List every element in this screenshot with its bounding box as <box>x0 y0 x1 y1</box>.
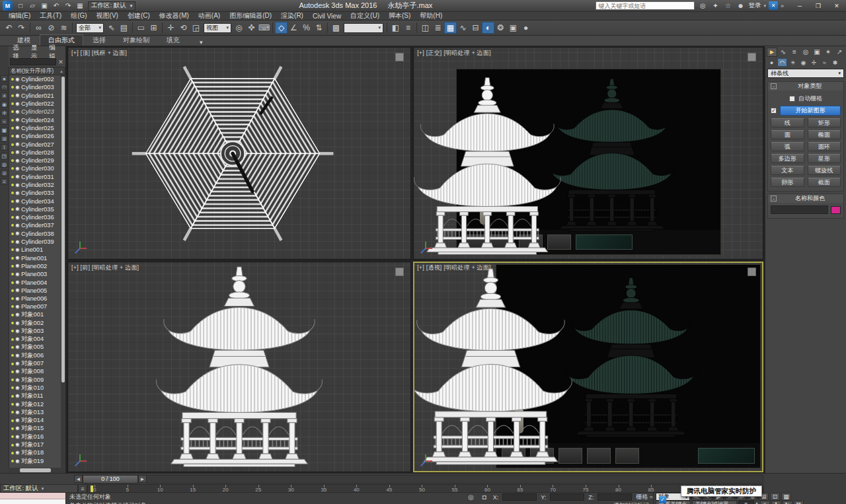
viewcube-icon[interactable] <box>395 53 404 61</box>
viewport-label[interactable]: [+] [顶] [线框 + 边面] <box>71 49 127 57</box>
menu-item-7[interactable]: 图形编辑器(D) <box>225 11 276 20</box>
communication-center-icon[interactable]: ✦ <box>710 1 720 11</box>
isolate-selection-icon[interactable]: ◎ <box>467 493 476 501</box>
undo-icon[interactable]: ↶ <box>51 1 61 11</box>
snaps-toggle-icon[interactable]: ◇ <box>275 22 288 34</box>
menu-item-1[interactable]: 工具(T) <box>35 11 66 20</box>
list-item[interactable]: Cylinder031 <box>9 173 65 181</box>
list-item[interactable]: 对象012 <box>9 400 65 408</box>
select-and-manipulate-icon[interactable]: ✜ <box>245 22 258 34</box>
toggle-ribbon-icon[interactable]: ▦ <box>444 22 457 34</box>
time-slider-track[interactable] <box>147 475 763 484</box>
list-item[interactable]: 对象018 <box>9 449 65 457</box>
display-cameras-icon[interactable]: ◉ <box>1 101 8 108</box>
spline-type-dropdown[interactable]: 样条线 ▾ <box>767 69 844 78</box>
object-type-rollout-header[interactable]: - 对象类型 <box>768 82 843 90</box>
shapes-category-icon[interactable]: ◠ <box>777 58 787 67</box>
select-object-icon[interactable]: ⇖ <box>105 22 118 34</box>
list-item[interactable]: 对象003 <box>9 327 65 335</box>
list-item[interactable]: Plane001 <box>9 254 65 262</box>
list-item[interactable]: Cylinder035 <box>9 205 65 213</box>
list-item[interactable]: Plane006 <box>9 295 65 303</box>
selection-filter-dropdown[interactable]: 全部▾ <box>76 23 104 33</box>
undo-icon[interactable]: ↶ <box>3 22 15 34</box>
reference-coordinate-dropdown[interactable]: 视图▾ <box>204 23 231 33</box>
render-setup-icon[interactable]: ❂ <box>494 22 507 34</box>
horizontal-scrollbar[interactable] <box>9 468 65 473</box>
spacewarps-category-icon[interactable]: ≈ <box>820 58 829 67</box>
ribbon-tab-2[interactable]: 选择 <box>85 35 114 46</box>
redo-icon[interactable]: ↷ <box>63 1 73 11</box>
restore-button[interactable]: ❐ <box>812 1 825 11</box>
chevron-down-icon[interactable]: ▾ <box>763 3 766 9</box>
list-item[interactable]: 对象004 <box>9 336 65 343</box>
list-item[interactable]: Cylinder032 <box>9 181 65 189</box>
orbit-icon[interactable]: ↻ <box>783 501 792 504</box>
render-production-icon[interactable]: ● <box>519 22 532 34</box>
list-item[interactable]: 对象009 <box>9 376 65 384</box>
use-pivot-point-center-icon[interactable]: ◎ <box>233 22 245 34</box>
open-file-icon[interactable]: ▱ <box>27 1 38 11</box>
angle-snap-toggle-icon[interactable]: ∠ <box>288 22 300 34</box>
search-input[interactable] <box>596 1 695 10</box>
align-icon[interactable]: ≡ <box>402 22 414 34</box>
x-coordinate-field[interactable] <box>502 493 537 501</box>
viewport-top[interactable]: [+] [顶] [线框 + 边面] <box>67 47 411 260</box>
list-item[interactable]: 对象006 <box>9 351 65 359</box>
percent-snap-toggle-icon[interactable]: % <box>300 22 313 34</box>
exchange-apps-icon[interactable]: ✕ <box>769 1 778 10</box>
spline-button-0[interactable]: 线 <box>771 118 804 127</box>
list-item[interactable]: 对象015 <box>9 425 65 433</box>
menu-item-5[interactable]: 修改器(M) <box>155 11 194 20</box>
display-helpers-icon[interactable]: ✛ <box>1 110 8 116</box>
lights-category-icon[interactable]: ☀ <box>788 58 798 67</box>
list-item[interactable]: Cylinder025 <box>9 124 65 132</box>
list-item[interactable]: Cylinder039 <box>9 238 65 246</box>
zoom-extents-all-icon[interactable]: ▦ <box>781 493 791 501</box>
object-name-field[interactable] <box>771 205 828 214</box>
list-item[interactable]: Cylinder003 <box>9 83 65 91</box>
frame-spinner[interactable]: ▲▼ <box>755 501 759 504</box>
modify-tab-icon[interactable]: ∿ <box>778 48 788 57</box>
autogrid-checkbox[interactable] <box>789 96 795 102</box>
spline-button-11[interactable]: 截面 <box>808 178 841 187</box>
list-item[interactable]: 对象011 <box>9 392 65 400</box>
3ds-max-logo-icon[interactable]: M <box>3 1 13 11</box>
toggle-layer-explorer-icon[interactable]: ≣ <box>432 22 444 34</box>
name-and-color-rollout-header[interactable]: - 名称和颜色 <box>768 194 843 203</box>
minimize-button[interactable]: ─ <box>793 1 806 11</box>
menu-item-10[interactable]: 自定义(U) <box>346 11 384 20</box>
list-item[interactable]: 对象014 <box>9 416 65 424</box>
display-tab-icon[interactable]: ▣ <box>812 48 822 57</box>
rendered-frame-window-icon[interactable]: ▣ <box>507 22 519 34</box>
list-item[interactable]: Plane007 <box>9 303 65 310</box>
mini-curve-editor-icon[interactable]: ≡ <box>78 484 87 493</box>
list-item[interactable]: Cylinder034 <box>9 197 65 205</box>
clear-search-icon[interactable]: ✕ <box>58 59 64 65</box>
display-containers-icon[interactable]: ◳ <box>1 153 8 159</box>
menu-item-3[interactable]: 视图(V) <box>92 11 123 20</box>
cp-pin-icon[interactable]: ↗ <box>834 48 845 57</box>
curve-editor-icon[interactable]: ∿ <box>457 22 469 34</box>
geometry-category-icon[interactable]: ● <box>767 58 777 67</box>
viewport-label[interactable]: [+] [前] [明暗处理 + 边面] <box>71 264 139 272</box>
keyboard-shortcut-override-icon[interactable]: ⌨ <box>258 22 270 34</box>
list-item[interactable]: 对象016 <box>9 433 65 441</box>
viewport-perspective[interactable]: [+] [透视] [明暗处理 + 边面] <box>413 262 763 472</box>
select-and-scale-icon[interactable]: ◲ <box>190 22 202 34</box>
current-frame-field[interactable]: 0 <box>738 501 754 504</box>
redo-icon[interactable]: ↷ <box>15 22 28 34</box>
start-new-shape-checkbox[interactable]: ✓ <box>771 108 777 114</box>
maximize-viewport-toggle-icon[interactable]: ⊠ <box>794 501 804 504</box>
spline-button-7[interactable]: 星形 <box>808 154 841 163</box>
display-geometry-icon[interactable]: ● <box>1 75 8 82</box>
list-item[interactable]: 对象005 <box>9 343 65 351</box>
spinner-snap-toggle-icon[interactable]: ⇅ <box>313 22 325 34</box>
z-coordinate-field[interactable] <box>597 493 632 501</box>
menu-item-8[interactable]: 渲染(R) <box>276 11 308 20</box>
hierarchy-tab-icon[interactable]: ≡ <box>789 48 800 57</box>
menu-item-12[interactable]: 帮助(H) <box>415 11 447 20</box>
ribbon-config-icon[interactable]: ▾ <box>196 39 207 46</box>
list-item[interactable]: Cylinder038 <box>9 230 65 238</box>
display-spacewarps-icon[interactable]: ≈ <box>1 118 8 125</box>
